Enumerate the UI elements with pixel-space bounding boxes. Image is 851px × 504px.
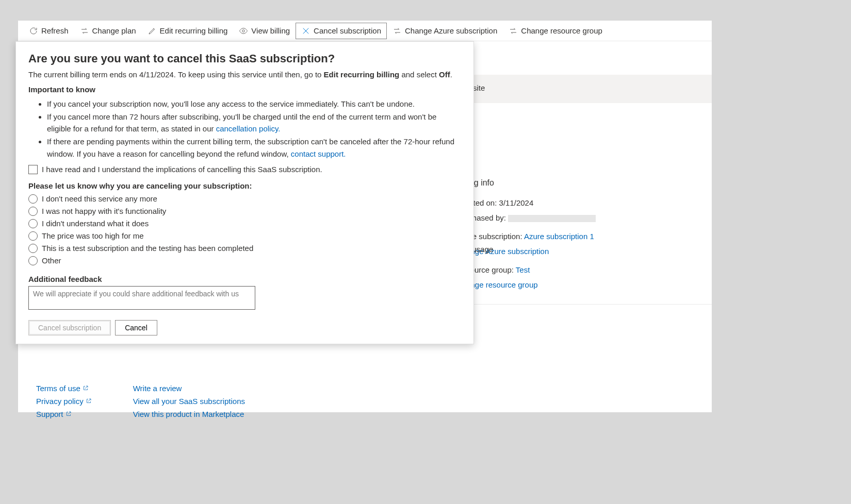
feedback-textarea[interactable]: We will appreciate if you could share ad… (28, 286, 255, 310)
reason-option-3[interactable]: I didn't understand what it does (28, 219, 461, 228)
reason-label: The price was too high for me (42, 231, 144, 240)
radio-icon[interactable] (28, 244, 38, 253)
edit-icon (148, 26, 157, 36)
refresh-icon (29, 26, 38, 36)
dialog-title: Are you sure you want to cancel this Saa… (28, 52, 461, 65)
acknowledge-checkbox[interactable] (28, 165, 38, 174)
contact-support-link[interactable]: contact support. (291, 149, 346, 158)
dialog-paragraph: The current billing term ends on 4/11/20… (28, 69, 461, 80)
cancellation-policy-link[interactable]: cancellation policy. (216, 124, 281, 133)
dialog-buttons: Cancel subscription Cancel (28, 320, 461, 335)
radio-icon[interactable] (28, 231, 38, 241)
reason-option-5[interactable]: This is a test subscription and the test… (28, 244, 461, 253)
swap-icon (509, 26, 518, 36)
external-link-icon (66, 410, 72, 418)
important-item-2: If you cancel more than 72 hours after s… (47, 111, 461, 135)
svg-point-0 (242, 29, 245, 32)
feedback-heading: Additional feedback (28, 275, 461, 283)
confirm-cancel-subscription-button[interactable]: Cancel subscription (28, 320, 111, 335)
reason-label: Other (42, 256, 61, 265)
command-bar: Refresh Change plan Edit recurring billi… (18, 21, 712, 41)
resource-group-link[interactable]: Test (516, 265, 530, 274)
swap-icon (392, 26, 402, 36)
billing-info-panel: Billing info Created on: 3/11/2024 Purch… (456, 106, 673, 292)
important-item-1: If you cancel your subscription now, you… (47, 98, 461, 110)
reason-label: This is a test subscription and the test… (42, 244, 253, 253)
footer-links: Terms of use Privacy policy Support Writ… (36, 384, 245, 418)
change-plan-label: Change plan (92, 26, 136, 35)
change-plan-button[interactable]: Change plan (74, 23, 142, 39)
refresh-label: Refresh (41, 26, 69, 35)
change-resource-group-label: Change resource group (521, 26, 602, 35)
created-on-value: 3/11/2024 (499, 198, 534, 207)
change-azure-subscription-button[interactable]: Change Azure subscription (387, 23, 503, 39)
close-icon (301, 26, 310, 36)
reason-label: I don't need this service any more (42, 194, 157, 203)
edit-recurring-billing-button[interactable]: Edit recurring billing (142, 23, 234, 39)
radio-icon[interactable] (28, 194, 38, 204)
reason-option-6[interactable]: Other (28, 256, 461, 265)
cancel-subscription-dialog: Are you sure you want to cancel this Saa… (15, 41, 474, 344)
cancel-subscription-button[interactable]: Cancel subscription (296, 23, 387, 39)
reason-heading: Please let us know why you are canceling… (28, 181, 461, 190)
view-billing-button[interactable]: View billing (233, 23, 296, 39)
eye-icon (239, 26, 248, 36)
change-resource-group-button[interactable]: Change resource group (503, 23, 608, 39)
reason-option-2[interactable]: I was not happy with it's functionality (28, 207, 461, 216)
edit-recurring-billing-label: Edit recurring billing (160, 26, 228, 35)
reason-option-1[interactable]: I don't need this service any more (28, 194, 461, 204)
swap-icon (80, 26, 89, 36)
write-review-link[interactable]: Write a review (133, 384, 245, 393)
terms-of-use-link[interactable]: Terms of use (36, 384, 92, 393)
refresh-button[interactable]: Refresh (23, 23, 74, 39)
dismiss-dialog-button[interactable]: Cancel (115, 320, 157, 335)
reason-label: I didn't understand what it does (42, 219, 149, 228)
support-link[interactable]: Support (36, 410, 92, 418)
view-all-saas-link[interactable]: View all your SaaS subscriptions (133, 397, 245, 406)
important-list: If you cancel your subscription now, you… (28, 98, 461, 160)
view-in-marketplace-link[interactable]: View this product in Marketplace (133, 410, 245, 418)
important-item-3: If there are pending payments within the… (47, 136, 461, 160)
billing-info-heading: Billing info (456, 175, 673, 191)
acknowledge-label: I have read and I understand the implica… (42, 165, 322, 174)
privacy-policy-link[interactable]: Privacy policy (36, 397, 92, 406)
external-link-icon (83, 384, 89, 393)
cancel-subscription-label: Cancel subscription (314, 26, 381, 35)
radio-icon[interactable] (28, 207, 38, 216)
purchased-by-redacted (508, 215, 596, 222)
reason-label: I was not happy with it's functionality (42, 207, 166, 215)
radio-icon[interactable] (28, 219, 38, 228)
view-billing-label: View billing (251, 26, 290, 35)
important-heading: Important to know (28, 83, 461, 95)
external-link-icon (86, 397, 92, 406)
acknowledge-row[interactable]: I have read and I understand the implica… (28, 165, 461, 174)
reason-option-4[interactable]: The price was too high for me (28, 231, 461, 241)
radio-icon[interactable] (28, 256, 38, 265)
change-azure-subscription-label: Change Azure subscription (405, 26, 497, 35)
azure-subscription-link[interactable]: Azure subscription 1 (524, 232, 594, 241)
